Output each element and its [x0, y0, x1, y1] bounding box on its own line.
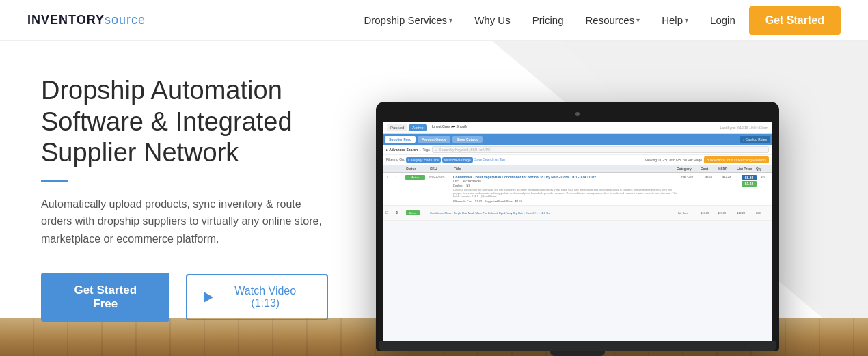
app-ui: Paused Active Honest Green ⇌ Shopify Las…	[383, 122, 772, 341]
col-list-price-header: List Price	[737, 167, 756, 171]
row-list-price: $8.84 $1.42	[740, 173, 759, 205]
nav-resources[interactable]: Resources ▾	[577, 9, 648, 31]
table-row-2: ☐ 2 Active Conditioner Mask - Purple Hai…	[383, 206, 772, 221]
app-filter-bar: ▸ Advanced Search ▸ Tags ⌕ Search by Key…	[383, 145, 772, 155]
laptop-body: Paused Active Honest Green ⇌ Shopify Las…	[376, 102, 779, 351]
save-filter-link[interactable]: Save Search As Tag	[474, 157, 505, 163]
logo-bold: INVENTORY	[27, 13, 105, 27]
chevron-down-icon: ▾	[449, 16, 452, 24]
hero-title: Dropship Automation Software & Integrate…	[41, 75, 328, 169]
play-icon	[204, 292, 213, 303]
row2-title: Conditioner Mask - Purple Hair Mask Made…	[430, 211, 677, 215]
site-header: INVENTORYsource Dropship Services ▾ Why …	[0, 0, 868, 41]
hero-image-area: Paused Active Honest Green ⇌ Shopify Las…	[355, 41, 868, 356]
watch-video-button[interactable]: Watch Video (1:13)	[186, 274, 328, 320]
hero-section: Dropship Automation Software & Integrate…	[0, 41, 868, 356]
row-sku: WQ2109376	[427, 173, 451, 205]
app-store-name: Honest Green ⇌ Shopify	[431, 124, 468, 131]
logo: INVENTORYsource	[27, 13, 146, 27]
col-status-header: Status	[406, 167, 430, 171]
margin-btn: $1.42	[742, 181, 757, 187]
dealing-value: NY	[467, 184, 471, 187]
row2-list: $12.28	[737, 211, 756, 215]
row-price-info: Wholesale Cost $7.43 Suggested Retail Pr…	[453, 200, 677, 203]
table-header: Status SKU Title Category Cost MSRP List…	[383, 165, 772, 173]
get-started-free-button[interactable]: Get Started Free	[41, 273, 169, 322]
supplier-feed-button[interactable]: Supplier Feed	[385, 136, 416, 143]
upc-value: 852700306065	[463, 180, 481, 183]
row-check[interactable]: ☐	[383, 173, 393, 205]
laptop-mockup: Paused Active Honest Green ⇌ Shopify Las…	[376, 102, 779, 356]
col-sku-header: SKU	[430, 167, 454, 171]
app-filter-toolbar: Filtering On: Category: Hair Care Must H…	[383, 155, 772, 165]
row2-num: 2	[396, 210, 406, 215]
search-placeholder: Search by Keyword, SKU, or UPC	[439, 148, 491, 152]
laptop-camera-bar	[383, 109, 772, 120]
advanced-search-label: ▸ Advanced Search	[386, 148, 418, 152]
chevron-down-icon: ▾	[636, 16, 640, 24]
chevron-down-icon: ▾	[685, 16, 688, 24]
row2-check[interactable]: ☐	[385, 210, 396, 215]
col-cost-header: Cost	[701, 167, 718, 171]
page-select: 50 Per Page	[683, 158, 702, 162]
dealing-label: Dealing	[453, 184, 463, 187]
app-tab-active[interactable]: Active	[409, 124, 426, 131]
table-row: ☐ 1 Active WQ2109376 Conditioner - Best …	[383, 173, 772, 206]
row-qty: 197	[759, 173, 772, 205]
row2-category: Hair Care	[677, 211, 701, 215]
app-tab-paused[interactable]: Paused	[387, 124, 407, 131]
main-nav: Dropship Services ▾ Why Us Pricing Resou…	[355, 6, 841, 35]
nav-login[interactable]: Login	[702, 9, 744, 31]
col-msrp-header: MSRP	[718, 167, 737, 171]
store-catalog-button[interactable]: Store Catalog	[452, 136, 483, 143]
app-topbar: Paused Active Honest Green ⇌ Shopify Las…	[383, 122, 772, 134]
app-tabs: Paused Active Honest Green ⇌ Shopify	[387, 124, 467, 131]
viewing-label: Viewing 11 - 50 of 6125	[645, 158, 681, 162]
app-action-bar: Supplier Feed Product Queue Store Catalo…	[383, 134, 772, 145]
row-title: Conditioner - Best Vegetarian Conditione…	[453, 175, 677, 179]
row-num: 1	[393, 173, 403, 205]
nav-why-us[interactable]: Why Us	[466, 9, 519, 31]
hero-content: Dropship Automation Software & Integrate…	[0, 41, 355, 356]
row-dealer: Dealing NY	[453, 184, 677, 187]
row-cost: $3.63	[703, 173, 720, 205]
logo-light: source	[105, 13, 146, 27]
header-get-started-button[interactable]: Get Started	[749, 6, 841, 35]
filter-chip-must-have-image[interactable]: Must Have Image	[442, 157, 473, 163]
list-price-btn[interactable]: $8.84	[742, 175, 757, 180]
tags-label: ▸ Tags	[420, 148, 430, 152]
status-badge-2: Active	[406, 210, 420, 215]
hero-buttons: Get Started Free Watch Video (1:13)	[41, 273, 328, 322]
status-badge: Active	[405, 175, 425, 180]
search-box[interactable]: ⌕ Search by Keyword, SKU, or UPC	[432, 146, 769, 153]
retail-label: Suggested Retail Price	[485, 200, 513, 203]
col-category-header: Category	[677, 167, 701, 171]
app-sync-info: Last Sync: 8/12/18 10:54:50 am	[720, 126, 768, 130]
hero-subtitle: Automatically upload products, sync inve…	[41, 195, 328, 248]
laptop-base	[379, 341, 776, 351]
bulk-actions-button[interactable]: Bulk Actions for 613 Matching Products	[704, 156, 769, 163]
toolbar-right: Viewing 11 - 50 of 6125 50 Per Page Bulk…	[645, 156, 769, 163]
nav-help[interactable]: Help ▾	[653, 9, 696, 31]
wholesale-val: $7.43	[475, 200, 482, 203]
row2-status: Active	[406, 210, 430, 215]
search-icon: ⌕	[435, 148, 437, 152]
catalog-rules-button[interactable]: ↕ Catalog Rules	[740, 136, 770, 143]
hero-divider	[41, 180, 68, 182]
laptop-screen: Paused Active Honest Green ⇌ Shopify Las…	[383, 122, 772, 341]
col-qty-header: Qty	[756, 167, 770, 171]
laptop-camera	[575, 112, 580, 116]
row-category: Hair Care	[679, 173, 703, 205]
nav-pricing[interactable]: Pricing	[524, 9, 572, 31]
row2-cost: $10.89	[701, 211, 718, 215]
row2-msrp: $37.89	[718, 211, 737, 215]
filter-chip-hair-care[interactable]: Category: Hair Care	[406, 157, 440, 163]
laptop-stand	[550, 351, 605, 356]
col-title-header: Title	[454, 167, 677, 171]
row-meta: UPC 852700306065	[453, 180, 677, 183]
row-msrp: $12.29	[720, 173, 740, 205]
product-queue-button[interactable]: Product Queue	[418, 136, 450, 143]
upc-label: UPC	[453, 180, 459, 183]
nav-dropship-services[interactable]: Dropship Services ▾	[355, 9, 461, 31]
row2-qty: 200	[756, 211, 770, 215]
